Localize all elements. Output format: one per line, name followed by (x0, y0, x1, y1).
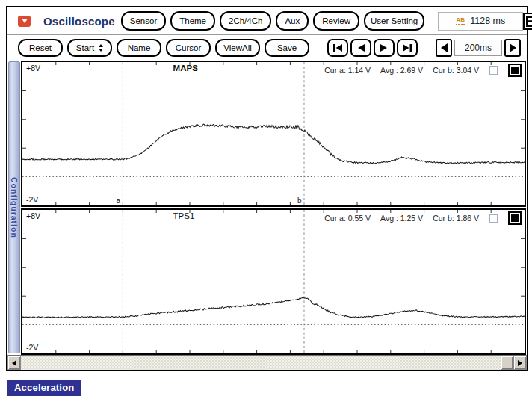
start-label: Start (76, 43, 94, 52)
step-forward-button[interactable] (374, 39, 395, 57)
app-title: Oscilloscope (43, 15, 115, 28)
arrow-right-icon (510, 43, 516, 52)
step-forward-icon (380, 43, 389, 52)
divider (37, 13, 37, 28)
scroll-left-button[interactable] (7, 356, 21, 370)
start-stepper-button[interactable]: Start (67, 39, 112, 57)
step-back-icon (356, 43, 365, 52)
maps-readings: Cur a: 1.14 V Avg : 2.69 V Cur b: 3.04 V (324, 64, 522, 77)
tps1-checkbox[interactable] (489, 214, 498, 223)
top-toolbar: Oscilloscope Sensor Theme 2Ch/4Ch Aux Re… (7, 7, 527, 35)
channel-mode-button[interactable]: 2Ch/4Ch (220, 11, 271, 31)
configuration-sidebar-tab[interactable]: Configuration (8, 61, 20, 353)
tps1-trace-color-swatch[interactable] (508, 211, 522, 225)
maps-waveform-plot: ab (22, 62, 525, 205)
scrollbar-track[interactable] (21, 356, 513, 370)
cursor-button[interactable]: Cursor (166, 39, 211, 57)
timescale-value: 200ms (454, 40, 502, 56)
status-badge: Acceleration (7, 380, 81, 396)
maps-vmax-label: +8V (26, 64, 40, 72)
tps1-waveform-plot (22, 210, 525, 353)
app-menu-button[interactable] (18, 16, 31, 27)
timescale-decrease-button[interactable] (436, 39, 452, 57)
spinner-icon (99, 44, 103, 52)
save-button[interactable]: Save (265, 39, 309, 57)
app-window: Oscilloscope Sensor Theme 2Ch/4Ch Aux Re… (6, 6, 528, 371)
window-menu-button[interactable] (523, 13, 532, 30)
horizontal-scrollbar (7, 355, 527, 370)
sensor-button[interactable]: Sensor (121, 11, 166, 31)
configuration-label: Configuration (10, 177, 19, 238)
cursor-time-value: 1128 ms (470, 16, 505, 26)
skip-to-start-icon (332, 43, 343, 52)
menu-icon (523, 13, 532, 30)
skip-to-end-icon (402, 43, 412, 52)
tps1-avg-reading: Avg : 1.25 V (380, 214, 423, 223)
svg-text:a: a (116, 197, 120, 205)
scrollbar-thumb[interactable] (501, 356, 513, 370)
maps-cursor-a-reading: Cur a: 1.14 V (324, 66, 371, 75)
maps-checkbox[interactable] (489, 66, 498, 75)
review-button[interactable]: Review (313, 11, 359, 31)
scroll-left-icon (12, 360, 16, 366)
theme-button[interactable]: Theme (170, 11, 215, 31)
viewall-button[interactable]: ViewAll (215, 39, 260, 57)
control-toolbar: Reset Start Name Cursor ViewAll Save (7, 35, 527, 60)
user-setting-button[interactable]: User Setting (364, 11, 424, 31)
ab-cursor-icon: AB (456, 17, 465, 25)
scroll-right-icon (518, 360, 522, 366)
timescale-control: 200ms (436, 39, 521, 57)
caret-down-icon (22, 19, 28, 23)
tps1-channel-title: TPS1 (173, 211, 195, 220)
maps-cursor-b-reading: Cur b: 3.04 V (433, 66, 479, 75)
channel-panels: ab +8V MAPS Cur a: 1.14 V Avg : 2.69 V C… (21, 61, 526, 355)
tps1-cursor-a-reading: Cur a: 0.55 V (324, 214, 371, 223)
scroll-right-button[interactable] (513, 356, 527, 370)
svg-text:b: b (297, 197, 302, 205)
name-button[interactable]: Name (117, 39, 161, 57)
maps-trace-color-swatch[interactable] (508, 64, 522, 77)
timescale-increase-button[interactable] (504, 39, 521, 57)
tps1-vmin-label: -2V (26, 343, 38, 352)
maps-channel-title: MAPS (173, 64, 198, 72)
skip-to-start-button[interactable] (327, 39, 348, 57)
scope-area: Configuration ab +8V MAPS Cur a: 1.14 V … (7, 60, 527, 355)
channel-panel-tps1: +8V TPS1 Cur a: 0.55 V Avg : 1.25 V Cur … (21, 208, 526, 355)
tps1-readings: Cur a: 0.55 V Avg : 1.25 V Cur b: 1.86 V (324, 211, 522, 225)
arrow-left-icon (441, 43, 448, 52)
oscilloscope-app: Oscilloscope Sensor Theme 2Ch/4Ch Aux Re… (0, 0, 532, 402)
maps-avg-reading: Avg : 2.69 V (380, 66, 423, 75)
reset-button[interactable]: Reset (18, 39, 63, 57)
maps-vmin-label: -2V (26, 195, 38, 204)
skip-to-end-button[interactable] (397, 39, 418, 57)
channel-panel-maps: ab +8V MAPS Cur a: 1.14 V Avg : 2.69 V C… (21, 61, 526, 207)
playback-controls (327, 39, 418, 57)
aux-button[interactable]: Aux (276, 11, 309, 31)
tps1-vmax-label: +8V (26, 211, 40, 220)
tps1-cursor-b-reading: Cur b: 1.86 V (433, 214, 479, 223)
step-back-button[interactable] (350, 39, 371, 57)
cursor-time-display: AB 1128 ms (438, 12, 523, 31)
